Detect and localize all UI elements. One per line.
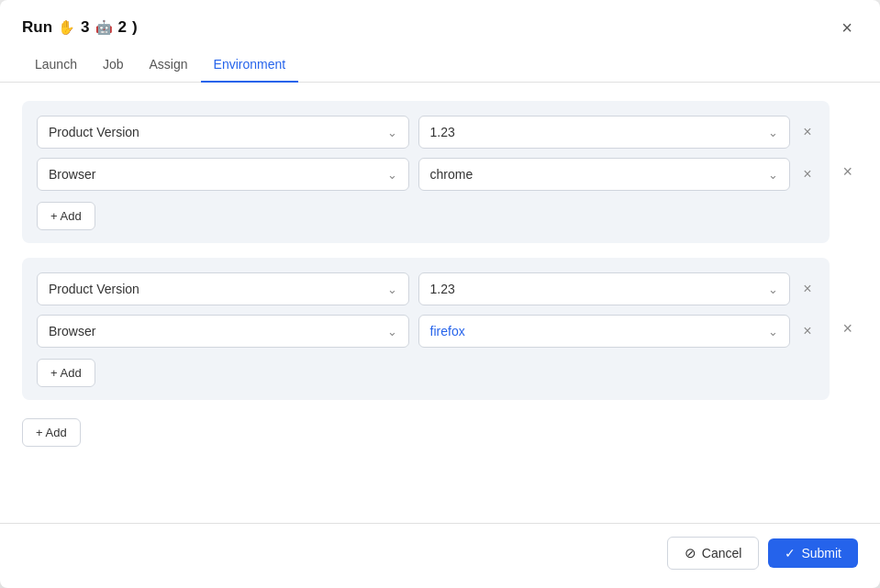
outer-add-label: + Add	[36, 426, 67, 439]
browser-select-1[interactable]: Browser ⌄	[37, 158, 409, 191]
product-version-select-2[interactable]: Product Version ⌄	[37, 272, 409, 305]
close-icon: ×	[841, 17, 852, 38]
submit-label: Submit	[801, 546, 841, 560]
browser-label-2: Browser	[49, 324, 95, 338]
modal-title: Run ✋ 3 🤖 2 )	[22, 18, 138, 37]
product-version-select-1[interactable]: Product Version ⌄	[37, 116, 409, 149]
chevron-down-icon-2: ⌄	[768, 126, 778, 139]
browser-value-2[interactable]: firefox ⌄	[418, 315, 791, 348]
close-icon-4: ×	[803, 323, 811, 339]
outer-add-button[interactable]: + Add	[22, 418, 81, 447]
remove-row-2-2-button[interactable]: ×	[799, 319, 815, 343]
cancel-button[interactable]: ⊘ Cancel	[667, 537, 760, 570]
modal-footer: ⊘ Cancel ✓ Submit	[0, 523, 880, 588]
close-button[interactable]: ×	[836, 17, 858, 39]
close-icon-2: ×	[803, 166, 811, 183]
close-icon-3: ×	[803, 281, 811, 297]
modal: Run ✋ 3 🤖 2 ) × Launch Job Assign Enviro…	[0, 0, 880, 588]
env-group-1: Product Version ⌄ 1.23 ⌄ × Browser	[22, 101, 830, 243]
chevron-down-icon-5: ⌄	[387, 283, 397, 296]
chevron-down-icon-1: ⌄	[387, 126, 397, 139]
remove-group-1-button[interactable]: ×	[837, 159, 858, 185]
env-row-1-2: Browser ⌄ chrome ⌄ ×	[37, 158, 815, 191]
chevron-down-icon-4: ⌄	[768, 168, 778, 182]
product-version-label-2: Product Version	[49, 282, 139, 296]
run-count-1: 3	[81, 18, 89, 37]
browser-value-1[interactable]: chrome ⌄	[418, 158, 791, 191]
remove-row-1-2-button[interactable]: ×	[799, 162, 815, 186]
browser-label-1: Browser	[49, 167, 95, 182]
chevron-down-icon-6: ⌄	[768, 283, 778, 296]
remove-group-2-button[interactable]: ×	[837, 316, 858, 342]
env-row-1-1: Product Version ⌄ 1.23 ⌄ ×	[37, 116, 815, 149]
tab-assign[interactable]: Assign	[137, 48, 201, 83]
browser-value-text-1: chrome	[430, 167, 473, 182]
add-row-2-label: + Add	[50, 366, 82, 380]
browser-select-2[interactable]: Browser ⌄	[37, 315, 409, 348]
check-icon: ✓	[785, 546, 796, 560]
browser-value-text-2: firefox	[430, 324, 465, 338]
env-group-2: Product Version ⌄ 1.23 ⌄ × Browser	[22, 258, 830, 400]
env-group-wrapper-1: Product Version ⌄ 1.23 ⌄ × Browser	[22, 101, 858, 243]
product-version-value-2[interactable]: 1.23 ⌄	[418, 272, 791, 305]
remove-row-1-1-button[interactable]: ×	[799, 120, 815, 144]
remove-group-1-icon: ×	[842, 162, 852, 182]
hand-icon: ✋	[58, 19, 75, 36]
chevron-down-icon-7: ⌄	[387, 325, 397, 338]
add-row-1-label: + Add	[50, 209, 82, 223]
add-row-1-button[interactable]: + Add	[37, 202, 95, 230]
submit-button[interactable]: ✓ Submit	[768, 538, 858, 568]
chevron-down-icon-3: ⌄	[387, 168, 397, 182]
cancel-label: Cancel	[702, 546, 742, 560]
product-version-label-1: Product Version	[49, 125, 139, 139]
add-row-2-button[interactable]: + Add	[37, 359, 95, 387]
tab-job[interactable]: Job	[90, 48, 137, 83]
env-row-2-2: Browser ⌄ firefox ⌄ ×	[37, 315, 815, 348]
remove-row-2-1-button[interactable]: ×	[799, 277, 815, 301]
product-version-value-text-2: 1.23	[430, 282, 455, 296]
robot-icon: 🤖	[95, 19, 113, 36]
tabs: Launch Job Assign Environment	[0, 48, 880, 83]
env-row-2-1: Product Version ⌄ 1.23 ⌄ ×	[37, 272, 815, 305]
title-run-text: Run	[22, 18, 52, 37]
ban-icon: ⊘	[685, 545, 696, 561]
tab-environment[interactable]: Environment	[201, 48, 299, 83]
env-group-wrapper-2: Product Version ⌄ 1.23 ⌄ × Browser	[22, 258, 858, 400]
modal-body: Product Version ⌄ 1.23 ⌄ × Browser	[0, 83, 880, 523]
product-version-value-text-1: 1.23	[430, 125, 455, 139]
close-icon-1: ×	[803, 124, 811, 140]
chevron-down-icon-8: ⌄	[768, 325, 778, 338]
product-version-value-1[interactable]: 1.23 ⌄	[418, 116, 791, 149]
run-paren-close: )	[132, 18, 138, 37]
tab-launch[interactable]: Launch	[22, 48, 90, 83]
remove-group-2-icon: ×	[842, 319, 852, 338]
run-count-2: 2	[118, 18, 127, 37]
modal-header: Run ✋ 3 🤖 2 ) ×	[0, 0, 880, 39]
